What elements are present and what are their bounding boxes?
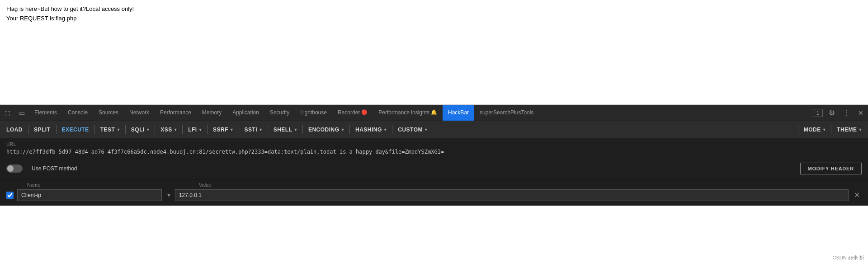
toolbar-divider-8 (239, 125, 239, 134)
tab-hackbar[interactable]: HackBar (443, 105, 474, 121)
toolbar-divider-5 (155, 125, 155, 134)
encoding-dropdown[interactable]: ENCODING ▼ (305, 124, 348, 136)
header-name-input[interactable] (17, 189, 162, 201)
toolbar-divider-1 (28, 125, 28, 134)
toolbar-divider-11 (349, 125, 350, 134)
tab-supersearch[interactable]: superSearchPlusTools (474, 105, 539, 121)
test-dropdown[interactable]: TEST ▼ (97, 124, 123, 136)
mode-dropdown[interactable]: MODE ▼ (800, 124, 829, 136)
header-enabled-checkbox[interactable] (6, 192, 14, 199)
settings-icon[interactable]: ⚙ (825, 105, 839, 121)
toggle-slider (6, 164, 23, 173)
tab-sources[interactable]: Sources (93, 105, 124, 121)
header-row-labels: Name Value (6, 182, 862, 188)
header-close-button[interactable]: ✕ (852, 192, 862, 199)
tab-security[interactable]: Security (264, 105, 295, 121)
close-devtools-icon[interactable]: ✕ (854, 105, 868, 121)
load-button[interactable]: LOAD (3, 124, 26, 136)
toolbar-divider-3 (94, 125, 95, 134)
ssti-dropdown[interactable]: SSTI ▼ (241, 124, 266, 136)
header-name-label: Name (27, 182, 190, 188)
url-area: URL http://e7ff3dfb-5d97-48d4-ad76-4f3f7… (0, 138, 868, 158)
modify-header-button[interactable]: MODIFY HEADER (800, 163, 862, 174)
test-arrow: ▼ (116, 127, 120, 132)
custom-arrow: ▼ (424, 127, 428, 132)
post-header-row: Use POST method MODIFY HEADER (0, 158, 868, 179)
toolbar-divider-9 (268, 125, 268, 134)
recorder-person-icon: 🔴 (361, 109, 368, 115)
devtools-right-icons: 1 ⚙ ⋮ ✕ (813, 105, 868, 121)
tab-memory[interactable]: Memory (197, 105, 227, 121)
theme-dropdown[interactable]: THEME ▼ (833, 124, 865, 136)
shell-dropdown[interactable]: SHELL ▼ (270, 124, 301, 136)
split-button[interactable]: SPLIT (30, 124, 54, 136)
flag-line2: Your REQUEST is:flag.php (6, 14, 862, 23)
ssrf-arrow: ▼ (230, 127, 234, 132)
mode-arrow: ▼ (822, 127, 826, 132)
tab-elements[interactable]: Elements (29, 105, 62, 121)
badge-icon[interactable]: 1 (813, 109, 823, 117)
toolbar-divider-10 (302, 125, 303, 134)
tab-recorder[interactable]: Recorder 🔴 (332, 105, 373, 121)
xss-arrow: ▼ (174, 127, 178, 132)
tab-performance[interactable]: Performance (155, 105, 197, 121)
toolbar-divider-6 (182, 125, 183, 134)
inspect-icon[interactable]: ⬚ (0, 105, 14, 121)
more-options-icon[interactable]: ⋮ (839, 105, 854, 121)
toolbar-divider-2 (56, 125, 57, 134)
hackbar-toolbar: LOAD SPLIT EXECUTE TEST ▼ SQLI ▼ XSS ▼ L… (0, 121, 868, 138)
toolbar-divider-7 (207, 125, 208, 134)
hashing-arrow: ▼ (383, 127, 387, 132)
shell-arrow: ▼ (293, 127, 297, 132)
sqli-dropdown[interactable]: SQLI ▼ (127, 124, 153, 136)
tab-network[interactable]: Network (124, 105, 155, 121)
flag-text: Flag is here~But how to get it?Local acc… (6, 5, 862, 23)
device-icon[interactable]: ▭ (14, 105, 29, 121)
hackbar-right-buttons: MODE ▼ THEME ▼ (797, 124, 865, 136)
url-value[interactable]: http://e7ff3dfb-5d97-48d4-ad76-4f3f7c66a… (6, 149, 862, 155)
hashing-dropdown[interactable]: HASHING ▼ (352, 124, 390, 136)
toolbar-divider-14 (831, 125, 831, 134)
header-value-input[interactable] (175, 189, 849, 201)
custom-dropdown[interactable]: CUSTOM ▼ (394, 124, 431, 136)
execute-button[interactable]: EXECUTE (58, 124, 93, 136)
ssrf-dropdown[interactable]: SSRF ▼ (209, 124, 236, 136)
tab-console[interactable]: Console (62, 105, 93, 121)
url-label: URL (6, 142, 862, 147)
header-fields: Name Value ▼ ✕ (0, 179, 868, 206)
devtools-panel: ⬚ ▭ Elements Console Sources Network Per… (0, 105, 868, 206)
use-post-label: Use POST method (32, 165, 77, 172)
header-value-label: Value (199, 182, 862, 188)
ssti-arrow: ▼ (259, 127, 263, 132)
lfi-arrow: ▼ (198, 127, 203, 132)
sqli-arrow: ▼ (146, 127, 150, 132)
perf-insights-icon: 🔔 (431, 109, 437, 115)
header-name-dropdown-arrow[interactable]: ▼ (166, 193, 171, 198)
toolbar-divider-12 (392, 125, 392, 134)
tab-lighthouse[interactable]: Lighthouse (295, 105, 332, 121)
flag-line1: Flag is here~But how to get it?Local acc… (6, 5, 862, 14)
lfi-dropdown[interactable]: LFI ▼ (184, 124, 205, 136)
devtools-tab-bar: ⬚ ▭ Elements Console Sources Network Per… (0, 105, 868, 121)
page-content: Flag is here~But how to get it?Local acc… (0, 0, 868, 105)
header-field-row: ▼ ✕ (6, 189, 862, 201)
theme-arrow: ▼ (859, 127, 863, 132)
toolbar-divider-4 (125, 125, 126, 134)
tab-performance-insights[interactable]: Performance insights 🔔 (373, 105, 443, 121)
tab-application[interactable]: Application (227, 105, 264, 121)
encoding-arrow: ▼ (341, 127, 345, 132)
use-post-toggle[interactable] (6, 164, 23, 173)
xss-dropdown[interactable]: XSS ▼ (157, 124, 180, 136)
toolbar-divider-13 (798, 125, 798, 134)
